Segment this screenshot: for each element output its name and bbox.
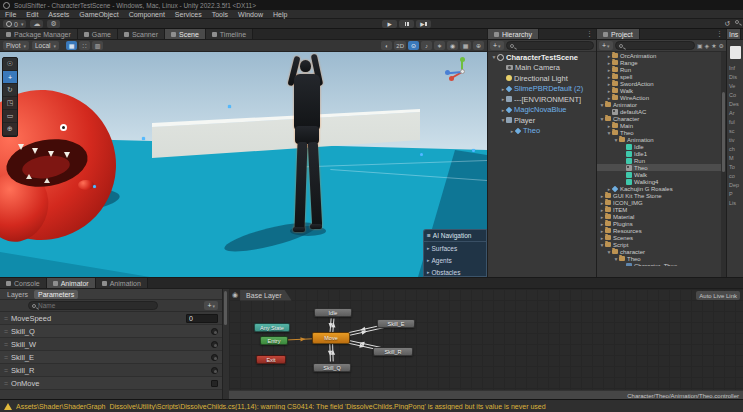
lighting-toggle[interactable]: ⊙: [408, 41, 419, 50]
subtab-parameters[interactable]: Parameters: [34, 290, 78, 299]
hierarchy-item-charactertestscene[interactable]: ▼CharacterTestScene: [488, 52, 596, 63]
project-search-input[interactable]: [625, 42, 691, 49]
hierarchy-item-player[interactable]: ▼Player: [488, 115, 596, 126]
project-item-icon-img[interactable]: ▸ICON_IMG: [597, 199, 726, 206]
parameter-row-skill-e[interactable]: =Skill_E: [0, 351, 222, 364]
project-item-script[interactable]: ▼Script: [597, 241, 726, 248]
play-button[interactable]: ▶: [382, 20, 397, 28]
ai-nav-item-agents[interactable]: ▸Agents: [424, 254, 486, 266]
parameter-search[interactable]: [28, 301, 158, 310]
snap-settings-dropdown[interactable]: ▥: [92, 41, 103, 50]
animator-graph[interactable]: Any StateEntryExitMoveIdleSkill_ESkill_R…: [229, 289, 743, 400]
project-item-plugins[interactable]: ▸Plugins: [597, 220, 726, 227]
account-dropdown[interactable]: 0: [3, 20, 26, 28]
project-item-defaultac[interactable]: defaultAC: [597, 108, 726, 115]
subtab-layers[interactable]: Layers: [3, 290, 32, 299]
project-item-scenes[interactable]: ▸Scenes: [597, 234, 726, 241]
project-item-wireaction[interactable]: ▸WireAction: [597, 94, 726, 101]
pivot-dropdown[interactable]: Pivot: [3, 41, 29, 50]
project-item-theo[interactable]: ▼Theo: [597, 129, 726, 136]
tab-inspector[interactable]: Ins: [727, 29, 741, 39]
hierarchy-search-input[interactable]: [516, 42, 590, 49]
tab-hierarchy[interactable]: Hierarchy: [488, 29, 539, 39]
state-node-entry[interactable]: Entry: [260, 336, 288, 345]
undo-history-icon[interactable]: ↺: [724, 20, 730, 28]
menu-tools[interactable]: Tools: [207, 10, 233, 19]
2d-toggle[interactable]: 2D: [394, 41, 406, 50]
auto-live-link-button[interactable]: Auto Live Link: [696, 291, 740, 300]
project-item-spell[interactable]: ▸spell: [597, 73, 726, 80]
state-node-skill-r[interactable]: Skill_R: [373, 347, 413, 356]
search-by-label-icon[interactable]: ◈: [705, 42, 710, 49]
project-item-idle1[interactable]: Idle1: [597, 150, 726, 157]
hierarchy-add-button[interactable]: +: [490, 41, 504, 50]
scale-tool[interactable]: ◳: [3, 97, 17, 110]
project-item-material[interactable]: ▸Material: [597, 213, 726, 220]
handle-rotation-dropdown[interactable]: Local: [32, 41, 59, 50]
project-item-theo[interactable]: ▼Theo: [597, 255, 726, 262]
visibility-toggle[interactable]: ◉: [447, 41, 458, 50]
audio-toggle[interactable]: ♪: [421, 41, 432, 50]
menu-window[interactable]: Window: [233, 10, 268, 19]
ai-navigation-header[interactable]: ≡AI Navigation: [424, 230, 486, 242]
project-add-button[interactable]: +: [599, 41, 613, 50]
state-node-skill-q[interactable]: Skill_Q: [313, 363, 351, 372]
project-item-animator[interactable]: ▼Animator: [597, 101, 726, 108]
parameter-row-movespeed[interactable]: =MoveSpeed: [0, 312, 222, 325]
add-parameter-button[interactable]: +: [204, 301, 218, 310]
hierarchy-item-theo[interactable]: ▸Theo: [488, 126, 596, 137]
menu-component[interactable]: Component: [124, 10, 170, 19]
parameter-search-input[interactable]: [38, 302, 154, 309]
status-bar[interactable]: Assets\Shader\ShaderGraph_Dissolve\Utili…: [0, 399, 743, 412]
project-item-character[interactable]: ▼character: [597, 248, 726, 255]
pause-button[interactable]: [399, 20, 414, 28]
project-item-theo[interactable]: Theo: [597, 164, 726, 171]
hidden-packages-icon[interactable]: ⚙: [719, 42, 724, 49]
scene-orientation-gizmo[interactable]: [444, 54, 482, 90]
parameter-row-onmove[interactable]: =OnMove: [0, 377, 222, 390]
favorite-icon[interactable]: ★: [711, 42, 716, 49]
parameters-scrollbar[interactable]: [222, 289, 229, 400]
tab-package-manager[interactable]: Package Manager: [0, 29, 78, 39]
drag-handle-icon[interactable]: =: [4, 328, 8, 335]
hierarchy-search[interactable]: [506, 41, 594, 50]
tab-timeline[interactable]: Timeline: [206, 29, 253, 39]
tab-project[interactable]: Project: [597, 29, 640, 39]
bool-checkbox[interactable]: [211, 380, 218, 387]
menu-gameobject[interactable]: GameObject: [74, 10, 123, 19]
eye-icon[interactable]: ◉: [232, 291, 238, 299]
drag-handle-icon[interactable]: =: [4, 315, 8, 322]
project-item-character-theo[interactable]: Character_Theo: [597, 262, 726, 266]
rect-tool[interactable]: ▭: [3, 110, 17, 123]
gizmos-dropdown[interactable]: ⊕: [473, 41, 484, 50]
hierarchy-item-slimepbrdefault-2[interactable]: ▸SlimePBRDefault (2): [488, 84, 596, 95]
trigger-radio[interactable]: [211, 354, 218, 361]
hierarchy-panel-menu-icon[interactable]: ⋮: [583, 29, 596, 39]
drag-handle-icon[interactable]: =: [4, 380, 8, 387]
vertex-handle-dot[interactable]: [93, 185, 96, 188]
move-tool[interactable]: +: [3, 71, 17, 84]
drag-handle-icon[interactable]: =: [4, 341, 8, 348]
state-node-any-state[interactable]: Any State: [254, 323, 290, 332]
project-item-gui-kit-the-stone[interactable]: ▸GUI Kit The Stone: [597, 192, 726, 199]
parameter-row-skill-q[interactable]: =Skill_Q: [0, 325, 222, 338]
project-item-idle[interactable]: Idle: [597, 143, 726, 150]
trigger-radio[interactable]: [211, 341, 218, 348]
project-item-run[interactable]: Run: [597, 157, 726, 164]
project-item-item[interactable]: ▸ITEM: [597, 206, 726, 213]
menu-help[interactable]: Help: [268, 10, 292, 19]
vertex-handle-dot[interactable]: [142, 137, 145, 140]
state-node-idle[interactable]: Idle: [314, 308, 352, 317]
rotate-tool[interactable]: ↻: [3, 84, 17, 97]
trigger-radio[interactable]: [211, 367, 218, 374]
state-node-skill-e[interactable]: Skill_E: [377, 319, 415, 328]
tab-animation[interactable]: Animation: [96, 278, 148, 288]
trigger-radio[interactable]: [211, 328, 218, 335]
parameter-row-skill-w[interactable]: =Skill_W: [0, 338, 222, 351]
project-item-resources[interactable]: ▸Resources: [597, 227, 726, 234]
project-item-swordaction[interactable]: ▸SwordAction: [597, 80, 726, 87]
step-button[interactable]: ▶: [416, 20, 431, 28]
vertex-handle-dot[interactable]: [420, 153, 423, 156]
breadcrumb-base-layer[interactable]: Base Layer: [240, 290, 291, 301]
project-item-range[interactable]: ▸Range: [597, 59, 726, 66]
